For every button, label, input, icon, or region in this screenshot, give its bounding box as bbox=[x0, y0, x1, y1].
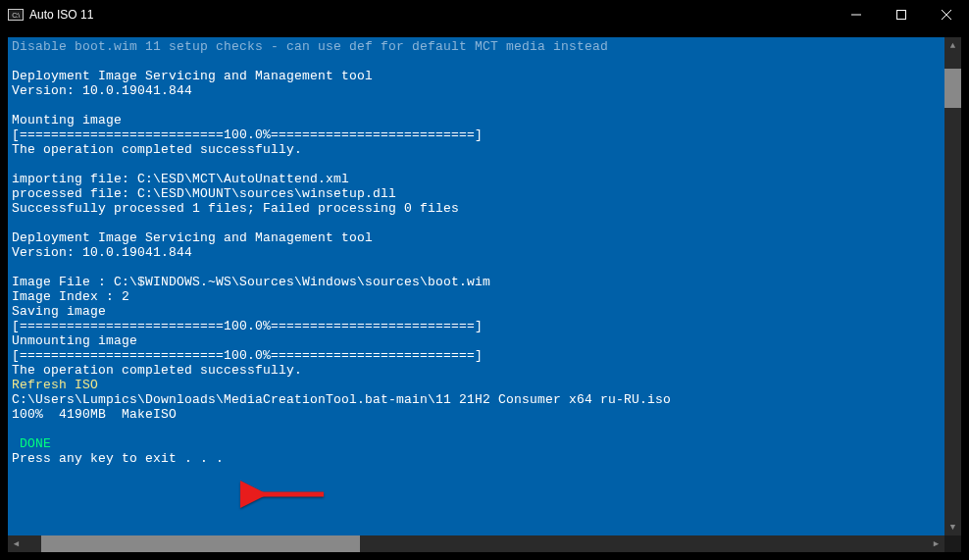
terminal-line: [==========================100.0%=======… bbox=[12, 348, 957, 363]
scroll-up-arrow-icon[interactable]: ▲ bbox=[944, 37, 961, 54]
terminal-line: Version: 10.0.19041.844 bbox=[12, 83, 957, 98]
terminal-line bbox=[12, 422, 957, 436]
scroll-down-arrow-icon[interactable]: ▼ bbox=[944, 519, 961, 535]
terminal-line: [==========================100.0%=======… bbox=[12, 127, 957, 142]
terminal-output[interactable]: Disable boot.wim 11 setup checks - can u… bbox=[8, 37, 961, 552]
terminal-line: Deployment Image Servicing and Managemen… bbox=[12, 230, 957, 245]
terminal-line: C:\Users\Lumpics\Downloads\MediaCreation… bbox=[12, 392, 957, 407]
titlebar-left: C:\ Auto ISO 11 bbox=[8, 8, 93, 22]
minimize-button[interactable] bbox=[834, 0, 879, 29]
terminal-line bbox=[12, 260, 957, 275]
terminal-line: Deployment Image Servicing and Managemen… bbox=[12, 69, 957, 83]
scrollbar-corner bbox=[944, 535, 961, 552]
terminal-line: [==========================100.0%=======… bbox=[12, 319, 957, 333]
console-icon: C:\ bbox=[8, 9, 24, 21]
titlebar: C:\ Auto ISO 11 bbox=[0, 0, 969, 29]
terminal-line bbox=[12, 157, 957, 172]
vertical-scrollbar[interactable]: ▲ ▼ bbox=[944, 37, 961, 535]
terminal-line: Image File : C:\$WINDOWS.~WS\Sources\Win… bbox=[12, 275, 957, 289]
terminal-line: 100% 4190MB MakeISO bbox=[12, 407, 957, 422]
terminal-line: Unmounting image bbox=[12, 333, 957, 348]
horizontal-scrollbar-thumb[interactable] bbox=[41, 535, 360, 552]
window-title: Auto ISO 11 bbox=[29, 8, 93, 22]
terminal-line: Disable boot.wim 11 setup checks - can u… bbox=[12, 39, 957, 54]
terminal-line: Refresh ISO bbox=[12, 378, 957, 392]
maximize-button[interactable] bbox=[879, 0, 924, 29]
terminal-line: The operation completed successfully. bbox=[12, 142, 957, 157]
terminal-line: Saving image bbox=[12, 304, 957, 319]
terminal-line: importing file: C:\ESD\MCT\AutoUnattend.… bbox=[12, 172, 957, 186]
terminal-line: Mounting image bbox=[12, 113, 957, 127]
console-window: C:\ Auto ISO 11 Disable boot.wim 11 setu… bbox=[0, 0, 969, 560]
vertical-scrollbar-thumb[interactable] bbox=[944, 69, 961, 108]
scroll-left-arrow-icon[interactable]: ◀ bbox=[8, 535, 25, 552]
terminal-line: DONE bbox=[12, 436, 957, 451]
titlebar-controls bbox=[834, 0, 969, 29]
terminal-line bbox=[12, 54, 957, 69]
close-button[interactable] bbox=[924, 0, 969, 29]
terminal-line: Version: 10.0.19041.844 bbox=[12, 245, 957, 260]
terminal-line: processed file: C:\ESD\MOUNT\sources\win… bbox=[12, 186, 957, 201]
terminal-line: The operation completed successfully. bbox=[12, 363, 957, 378]
horizontal-scrollbar[interactable]: ◀ ▶ bbox=[8, 535, 944, 552]
terminal-line bbox=[12, 216, 957, 230]
terminal-line bbox=[12, 98, 957, 113]
terminal-line: Press any key to exit . . . bbox=[12, 451, 957, 466]
svg-rect-1 bbox=[897, 11, 906, 20]
scroll-right-arrow-icon[interactable]: ▶ bbox=[928, 535, 944, 552]
terminal-line: Successfully processed 1 files; Failed p… bbox=[12, 201, 957, 216]
terminal-container: Disable boot.wim 11 setup checks - can u… bbox=[0, 29, 969, 560]
terminal-line: Image Index : 2 bbox=[12, 289, 957, 304]
